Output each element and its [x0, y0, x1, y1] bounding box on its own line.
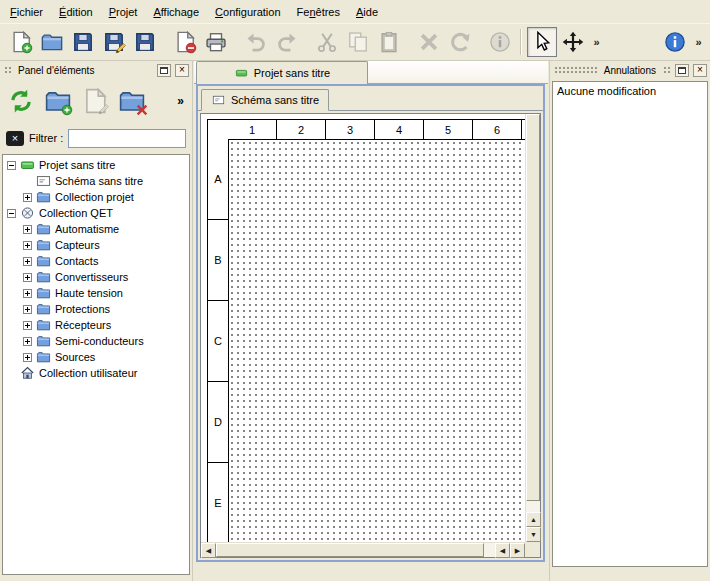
new-collection-button[interactable]	[41, 84, 75, 118]
reload-collections-button[interactable]	[4, 84, 38, 118]
expand-expander-icon[interactable]	[23, 193, 32, 202]
menu-projet[interactable]: Projet	[101, 2, 146, 22]
edit-element-button[interactable]	[78, 84, 112, 118]
tree-item-label: Projet sans titre	[39, 159, 115, 171]
close-file-button[interactable]	[170, 27, 200, 57]
pan-mode-button[interactable]	[558, 27, 588, 57]
scroll-left-button[interactable]: ◀	[201, 543, 216, 558]
undo-panel-titlebar[interactable]: Annulations ×	[550, 61, 710, 79]
collapse-expander-icon[interactable]	[7, 209, 16, 218]
selection-mode-button[interactable]	[527, 27, 557, 57]
close-panel-button[interactable]: ×	[693, 64, 707, 77]
tree-item[interactable]: Collection projet	[3, 189, 189, 205]
about-button[interactable]	[660, 27, 690, 57]
save-all-icon	[134, 31, 156, 53]
help-overflow-button[interactable]: »	[691, 27, 706, 57]
tree-item[interactable]: Schéma sans titre	[3, 173, 189, 189]
redo-button[interactable]	[272, 27, 302, 57]
save-button[interactable]	[68, 27, 98, 57]
menu-fichier[interactable]: Fichier	[2, 2, 51, 22]
vertical-scrollbar-thumb[interactable]	[526, 114, 540, 501]
tree-item[interactable]: Collection utilisateur	[3, 365, 189, 381]
expand-expander-icon[interactable]	[23, 241, 32, 250]
delete-button[interactable]	[414, 27, 444, 57]
expand-expander-icon[interactable]	[23, 225, 32, 234]
menu-fenetres[interactable]: Fenêtres	[289, 2, 348, 22]
scroll-right-button[interactable]: ▶	[510, 543, 525, 558]
diagram-tab[interactable]: Schéma sans titre	[201, 89, 329, 111]
scroll-left-button[interactable]: ◀	[495, 543, 510, 558]
tree-item[interactable]: Contacts	[3, 253, 189, 269]
toolbar-overflow-button[interactable]: »	[589, 27, 604, 57]
rotate-button[interactable]	[445, 27, 475, 57]
expand-expander-icon[interactable]	[23, 289, 32, 298]
scroll-down-button[interactable]: ▼	[526, 527, 541, 542]
cut-button[interactable]	[312, 27, 342, 57]
expand-expander-icon[interactable]	[23, 337, 32, 346]
print-button[interactable]	[201, 27, 231, 57]
tree-item-label: Protections	[55, 303, 110, 315]
elements-panel-titlebar[interactable]: Panel d'éléments ×	[0, 61, 192, 79]
menu-edition[interactable]: Édition	[51, 2, 101, 22]
tree-item[interactable]: Collection QET	[3, 205, 189, 221]
float-icon	[160, 67, 168, 74]
menu-aide[interactable]: Aide	[348, 2, 386, 22]
horizontal-scrollbar[interactable]: ◀ ◀ ▶	[201, 542, 525, 557]
clear-filter-button[interactable]: ×	[6, 131, 24, 146]
folder-icon	[36, 286, 51, 300]
expand-expander-icon[interactable]	[23, 273, 32, 282]
move-arrows-icon	[562, 31, 584, 53]
row-header: C	[208, 301, 228, 382]
mdi-workspace: Projet sans titre Schéma sans titre	[194, 61, 548, 581]
tree-item[interactable]: Convertisseurs	[3, 269, 189, 285]
dock-grip[interactable]	[662, 65, 671, 75]
float-panel-button[interactable]	[157, 64, 171, 77]
panel-toolbar-overflow-button[interactable]: »	[177, 94, 184, 108]
diagram-canvas[interactable]: 1 2 3 4 5 6 A B C	[201, 114, 525, 542]
menu-configuration[interactable]: Configuration	[207, 2, 288, 22]
expand-expander-icon[interactable]	[23, 353, 32, 362]
tree-item[interactable]: Automatisme	[3, 221, 189, 237]
tree-item-label: Collection projet	[55, 191, 134, 203]
pencil-badge-icon	[114, 41, 128, 55]
diagram-icon	[36, 174, 51, 188]
save-as-button[interactable]	[99, 27, 129, 57]
tree-item[interactable]: Projet sans titre	[3, 157, 189, 173]
expand-expander-icon[interactable]	[23, 321, 32, 330]
expand-expander-icon[interactable]	[23, 305, 32, 314]
tree-item[interactable]: Haute tension	[3, 285, 189, 301]
copy-button[interactable]	[343, 27, 373, 57]
undo-history-list[interactable]: Aucune modification	[552, 81, 708, 567]
horizontal-scrollbar-thumb[interactable]	[216, 543, 484, 557]
project-tab[interactable]: Projet sans titre	[196, 61, 368, 84]
tree-item[interactable]: Sources	[3, 349, 189, 365]
save-all-button[interactable]	[130, 27, 160, 57]
diagram-info-button[interactable]	[485, 27, 515, 57]
filter-input[interactable]	[68, 129, 186, 148]
column-header: 5	[424, 120, 473, 139]
undo-icon	[245, 31, 267, 53]
elements-tree[interactable]: Projet sans titre Schéma sans titre Coll…	[2, 154, 190, 575]
dock-grip[interactable]	[3, 65, 12, 75]
close-panel-button[interactable]: ×	[175, 64, 189, 77]
filter-bar: × Filtrer :	[0, 123, 192, 153]
row-header: E	[208, 463, 228, 542]
tree-item-label: Récepteurs	[55, 319, 111, 331]
tree-item[interactable]: Semi-conducteurs	[3, 333, 189, 349]
grid-dots[interactable]	[229, 140, 525, 542]
dock-grip[interactable]	[553, 65, 598, 75]
float-panel-button[interactable]	[675, 64, 689, 77]
tree-item[interactable]: Protections	[3, 301, 189, 317]
expand-expander-icon[interactable]	[23, 257, 32, 266]
delete-collection-button[interactable]	[115, 84, 149, 118]
menu-affichage[interactable]: Affichage	[145, 2, 207, 22]
collapse-expander-icon[interactable]	[7, 161, 16, 170]
tree-item[interactable]: Récepteurs	[3, 317, 189, 333]
paste-button[interactable]	[374, 27, 404, 57]
tree-item[interactable]: Capteurs	[3, 237, 189, 253]
vertical-scrollbar[interactable]: ▲ ▼	[525, 114, 540, 542]
undo-button[interactable]	[241, 27, 271, 57]
new-document-button[interactable]	[6, 27, 36, 57]
scroll-up-button[interactable]: ▲	[526, 512, 541, 527]
open-project-button[interactable]	[37, 27, 67, 57]
